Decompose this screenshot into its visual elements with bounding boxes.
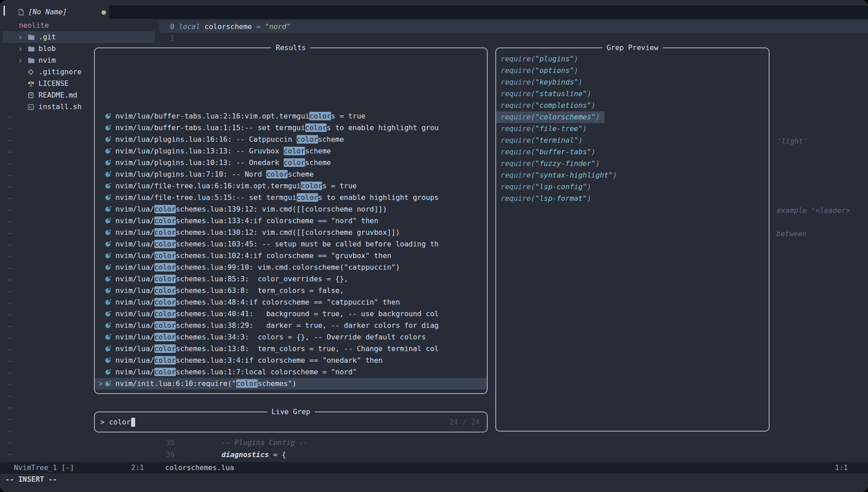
result-row[interactable]: nvim/lua/plugins.lua:7:10: -- Nord color… <box>95 169 487 180</box>
result-text-segment: scheme <box>318 135 344 144</box>
readme-icon <box>28 92 38 98</box>
lua-icon <box>105 206 111 212</box>
preview-line[interactable]: require("terminal") <box>496 135 769 146</box>
preview-line[interactable]: require("completions") <box>496 100 769 111</box>
preview-line-text: require("completions") <box>496 100 600 111</box>
code-token: "nord" <box>265 21 291 33</box>
background-text-fragment: between <box>776 228 806 240</box>
empty-line-marker: ~ <box>8 309 12 321</box>
filetree-root[interactable]: neolite <box>19 20 49 31</box>
preview-line[interactable]: require("options") <box>496 65 769 76</box>
match-highlight: color <box>154 286 176 295</box>
result-row[interactable]: nvim/lua/colorschemes.lua:1:7:local colo… <box>95 366 487 378</box>
code-token: "buffer-tabs" <box>535 148 591 156</box>
code-token: ) <box>578 78 583 86</box>
empty-line-marker: ~ <box>8 170 12 181</box>
result-text-segment: nvim/lua/ <box>115 240 154 248</box>
preview-line-text: require("file-tree") <box>496 123 591 135</box>
result-row[interactable]: nvim/lua/colorschemes.lua:99:10: vim.cmd… <box>95 262 487 273</box>
code-token: diagnostics <box>221 450 269 459</box>
shell-icon <box>28 104 38 110</box>
tab-no-name[interactable]: [No Name] <box>18 6 67 18</box>
preview-line[interactable]: require("colorschemes") <box>496 111 769 123</box>
match-highlight: color <box>154 263 176 271</box>
live-grep-window: Live Grep > color 24 / 24 <box>94 411 488 433</box>
empty-line-marker: ~ <box>8 123 12 135</box>
result-row[interactable]: nvim/lua/plugins.lua:16:16: -- Catppucci… <box>95 134 487 145</box>
preview-line[interactable]: require("keybinds") <box>496 76 769 88</box>
empty-line-marker: ~ <box>8 390 12 402</box>
code-token: "file-tree" <box>535 124 583 133</box>
code-token: require( <box>501 159 535 168</box>
result-text-segment: schemes.lua:13:8: term_colors = true, --… <box>176 344 439 353</box>
preview-line-text: require("keybinds") <box>496 76 587 88</box>
empty-line-marker: ~ <box>8 414 12 425</box>
result-text: nvim/lua/colorschemes.lua:103:45: -- set… <box>115 240 438 248</box>
result-row[interactable]: nvim/lua/plugins.lua:10:13: -- Onedark c… <box>95 157 487 169</box>
preview-line[interactable]: require("plugins") <box>496 53 769 65</box>
result-text-segment: schemes.lua:139:12: vim.cmd([[colorschem… <box>176 205 387 213</box>
match-highlight: color <box>301 182 322 190</box>
code-token: ) <box>596 159 600 168</box>
result-text-segment: schemes.lua:133:4:if colorscheme == "nor… <box>176 216 379 225</box>
modified-dot-icon <box>102 10 106 15</box>
result-text: nvim/lua/buffer-tabs.lua:1:15:-- set ter… <box>115 123 438 132</box>
empty-line-marker: ~ <box>8 379 12 390</box>
result-row[interactable]: nvim/lua/colorschemes.lua:34:3: colors =… <box>95 331 487 343</box>
file-icon <box>18 8 24 16</box>
preview-line[interactable]: require("file-tree") <box>496 123 769 135</box>
result-row[interactable]: nvim/lua/colorschemes.lua:48:4:if colors… <box>95 297 487 308</box>
result-row[interactable]: nvim/lua/file-tree.lua:6:16:vim.opt.term… <box>95 180 487 192</box>
preview-line[interactable]: require("syntax-highlight") <box>496 170 769 181</box>
result-text-segment: nvim/lua/ <box>115 216 154 225</box>
statusline-right-pos: 1:1 <box>835 462 848 474</box>
preview-line-text: require("fuzzy-finder") <box>496 158 604 170</box>
result-text-segment: nvim/lua/ <box>115 228 154 237</box>
result-row[interactable]: nvim/lua/colorschemes.lua:139:12: vim.cm… <box>95 204 487 215</box>
result-row[interactable]: nvim/lua/colorschemes.lua:102:4:if color… <box>95 250 487 262</box>
result-row[interactable]: nvim/lua/colorschemes.lua:63:8: term_col… <box>95 285 487 297</box>
result-row[interactable]: nvim/lua/file-tree.lua:5:15:-- set termg… <box>95 192 487 204</box>
empty-line-marker: ~ <box>8 367 12 379</box>
code-token: "lsp-format" <box>535 194 587 203</box>
code-token: "completions" <box>535 101 591 110</box>
result-row[interactable]: nvim/lua/colorschemes.lua:38:29: darker … <box>95 320 487 331</box>
tree-item--git[interactable]: › .git <box>3 31 155 43</box>
code-token: ) <box>587 194 591 203</box>
result-row[interactable]: nvim/lua/colorschemes.lua:13:8: term_col… <box>95 343 487 355</box>
result-row[interactable]: nvim/lua/buffer-tabs.lua:2:16:vim.opt.te… <box>95 110 487 122</box>
preview-line[interactable]: require("fuzzy-finder") <box>496 158 769 170</box>
mode-indicator: -- INSERT -- <box>5 474 57 485</box>
grep-preview-title: Grep Preview <box>602 42 663 54</box>
result-row[interactable]: nvim/lua/colorschemes.lua:85:3: color_ov… <box>95 273 487 285</box>
empty-line-marker: ~ <box>8 193 12 204</box>
result-text-segment: nvim/lua/ <box>115 286 154 295</box>
lua-icon <box>105 229 111 236</box>
result-row[interactable]: nvim/lua/colorschemes.lua:3:4:if colorsc… <box>95 355 487 366</box>
preview-line-text: require("syntax-highlight") <box>496 170 621 181</box>
preview-line[interactable]: require("statusline") <box>496 88 769 100</box>
result-row[interactable]: nvim/lua/colorschemes.lua:133:4:if color… <box>95 215 487 227</box>
match-highlight: color <box>236 379 258 388</box>
live-grep-input[interactable]: > color 24 / 24 <box>95 412 487 432</box>
result-text: nvim/lua/buffer-tabs.lua:2:16:vim.opt.te… <box>115 112 366 120</box>
result-text-segment: nvim/lua/plugins.lua:13:13: -- Gruvbox <box>115 147 284 155</box>
preview-line[interactable]: require("buffer-tabs") <box>496 146 769 158</box>
result-row[interactable]: nvim/lua/colorschemes.lua:40:41: backgro… <box>95 308 487 320</box>
results-window: Results nvim/lua/buffer-tabs.lua:2:16:vi… <box>94 47 488 394</box>
result-row[interactable]: nvim/lua/colorschemes.lua:130:12: vim.cm… <box>95 227 487 238</box>
result-row[interactable]: > nvim/init.lua:6:10:require("colorschem… <box>95 378 487 390</box>
preview-line[interactable]: require("lsp-format") <box>496 193 769 204</box>
result-row[interactable]: nvim/lua/buffer-tabs.lua:1:15:-- set ter… <box>95 122 487 134</box>
result-text: nvim/lua/colorschemes.lua:130:12: vim.cm… <box>115 228 400 237</box>
folder-icon <box>28 57 38 64</box>
empty-line-marker: ~ <box>8 251 12 263</box>
result-row[interactable]: nvim/lua/plugins.lua:13:13: -- Gruvbox c… <box>95 145 487 157</box>
preview-line[interactable]: require("lsp-config") <box>496 181 769 193</box>
statusline-cursor-pos: 2:1 <box>131 462 144 474</box>
neovim-screen: [No Name] 0 local colorscheme = "nord" 1… <box>0 0 868 492</box>
result-row[interactable]: nvim/lua/colorschemes.lua:103:45: -- set… <box>95 238 487 250</box>
lua-icon <box>105 217 111 224</box>
result-text: nvim/lua/plugins.lua:13:13: -- Gruvbox c… <box>115 147 331 155</box>
match-highlight: color <box>154 298 176 306</box>
